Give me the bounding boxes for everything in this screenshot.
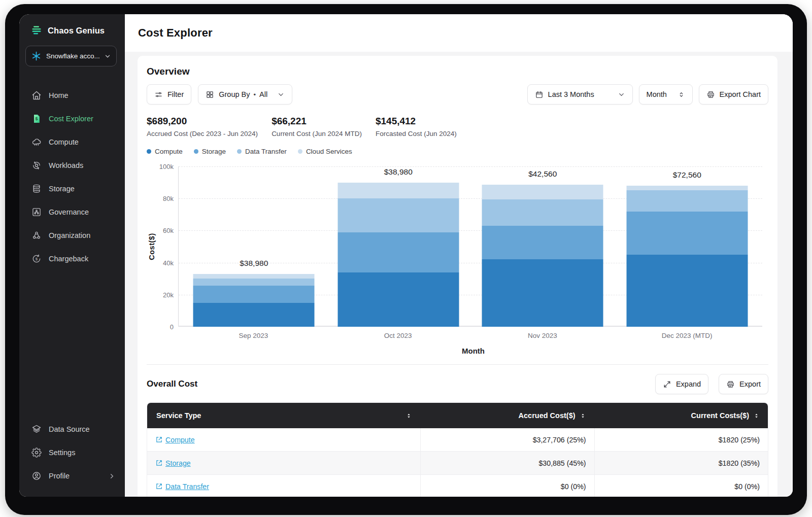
bar-segment-storage[interactable] <box>193 286 315 302</box>
filter-label: Filter <box>167 90 184 98</box>
snowflake-icon <box>31 51 42 61</box>
date-range-select[interactable]: Last 3 Months <box>527 84 633 105</box>
storage-link[interactable]: Storage <box>155 459 191 467</box>
bar-segment-storage[interactable] <box>626 212 748 255</box>
accrued-cost-value: $3,27,706 (25%) <box>420 428 594 451</box>
sidebar-item-organization[interactable]: Organization <box>19 224 125 247</box>
brand-name: Chaos Genius <box>48 26 105 36</box>
export-chart-button[interactable]: Export Chart <box>699 84 768 105</box>
sidebar-item-settings[interactable]: Settings <box>19 441 125 464</box>
sidebar-item-home[interactable]: Home <box>19 84 125 107</box>
stat-label: Accrued Cost (Dec 2023 - Jun 2024) <box>147 130 258 137</box>
stacked-bar[interactable] <box>626 186 748 327</box>
legend-item-compute: Compute <box>147 148 183 155</box>
y-axis-ticks: 100k80k60k40k20k0 <box>157 166 178 327</box>
bar-segment-compute[interactable] <box>626 255 748 327</box>
legend-dot <box>237 149 242 154</box>
stat-value: $66,221 <box>272 116 362 127</box>
column-service-type[interactable]: Service Type <box>147 403 420 428</box>
account-name: Snowflake acco... <box>46 52 99 60</box>
bar-group-oct-2023: $38,980 <box>326 166 471 327</box>
sidebar-item-compute[interactable]: Compute <box>19 130 125 154</box>
bar-group-sep-2023: $38,980 <box>182 166 326 327</box>
accrued-cost-value: $30,885 (45%) <box>420 452 594 474</box>
chevron-down-icon <box>104 53 111 60</box>
account-selector[interactable]: Snowflake acco... <box>25 46 117 66</box>
bar-segment-cloud-services[interactable] <box>482 185 603 199</box>
sort-icon <box>405 412 412 419</box>
stacked-bar[interactable] <box>193 274 315 327</box>
database-icon <box>31 184 42 194</box>
stat-value: $145,412 <box>376 116 457 127</box>
bar-segment-data-transfer[interactable] <box>337 198 459 232</box>
export-button[interactable]: Export <box>719 374 768 394</box>
toolbar: Filter Group By • All Last 3 Months <box>147 84 768 105</box>
date-range-value: Last 3 Months <box>548 90 594 98</box>
table-row-compute: Compute $3,27,706 (25%) $1820 (25%) <box>147 428 768 452</box>
sidebar-item-label: Organization <box>49 231 90 239</box>
y-tick-label: 40k <box>163 259 174 266</box>
x-tick-label: Nov 2023 <box>470 332 615 339</box>
bar-segment-cloud-services[interactable] <box>193 274 315 279</box>
bar-value-label: $42,560 <box>470 169 615 179</box>
page-header: Cost Explorer <box>125 14 793 52</box>
bar-segment-cloud-services[interactable] <box>337 183 459 199</box>
bar-segment-cloud-services[interactable] <box>626 186 748 190</box>
sidebar-item-governance[interactable]: Governance <box>19 200 125 224</box>
accrued-cost-value: $0 (0%) <box>420 475 594 497</box>
legend-dot <box>194 149 198 154</box>
workloads-icon <box>31 160 42 170</box>
chart-legend: Compute Storage Data Transfer Cloud Serv… <box>147 148 768 155</box>
sidebar-item-data-source[interactable]: Data Source <box>19 418 125 441</box>
section-divider <box>147 364 768 365</box>
bar-segment-compute[interactable] <box>337 272 459 327</box>
sidebar-item-label: Storage <box>49 185 75 193</box>
sidebar-item-profile[interactable]: Profile <box>19 464 125 488</box>
group-by-button[interactable]: Group By • All <box>198 84 292 105</box>
device-frame: Chaos Genius Snowflake acco... Home $ <box>5 4 807 515</box>
bar-segment-data-transfer[interactable] <box>626 190 748 211</box>
sidebar-item-cost-explorer[interactable]: $ Cost Explorer <box>19 107 125 130</box>
granularity-select[interactable]: Month <box>639 84 693 105</box>
stacked-bar[interactable] <box>482 185 603 327</box>
calendar-icon <box>535 90 544 99</box>
data-transfer-link[interactable]: Data Transfer <box>155 482 209 491</box>
external-link-icon <box>155 436 163 443</box>
compute-link[interactable]: Compute <box>155 436 195 444</box>
app-window: Chaos Genius Snowflake acco... Home $ <box>19 14 793 497</box>
bar-group-nov-2023: $42,560 <box>470 166 615 327</box>
layers-icon <box>31 424 42 434</box>
chevron-right-icon <box>108 472 116 480</box>
bar-segment-storage[interactable] <box>337 232 459 272</box>
sidebar-item-workloads[interactable]: Workloads <box>19 154 125 177</box>
column-accrued-cost[interactable]: Accrued Cost($) <box>420 403 594 428</box>
x-tick-label: Oct 2023 <box>326 332 470 339</box>
bar-segment-data-transfer[interactable] <box>193 279 315 286</box>
group-by-label: Group By <box>219 90 250 98</box>
y-tick-label: 0 <box>170 323 174 331</box>
external-link-icon <box>155 459 163 467</box>
up-down-chevrons-icon <box>678 91 685 98</box>
table-header: Service Type Accrued Cost($) Current Cos… <box>147 403 768 428</box>
sidebar-item-label: Profile <box>49 472 70 480</box>
svg-text:$: $ <box>36 257 38 261</box>
sidebar-item-chargeback[interactable]: $ Chargeback <box>19 247 125 270</box>
x-axis-title: Month <box>178 347 768 355</box>
bar-segment-data-transfer[interactable] <box>482 199 603 226</box>
legend-dot <box>298 149 302 154</box>
bar-value-label: $72,560 <box>615 170 760 180</box>
sidebar-item-label: Governance <box>49 208 89 216</box>
bar-segment-compute[interactable] <box>193 303 315 327</box>
column-current-costs[interactable]: Current Costs($) <box>594 403 768 428</box>
group-by-value: All <box>259 90 267 98</box>
y-tick-label: 80k <box>163 195 174 202</box>
stacked-bar[interactable] <box>337 183 459 327</box>
external-link-icon <box>155 482 163 490</box>
filter-button[interactable]: Filter <box>147 84 191 105</box>
bar-value-label: $38,980 <box>182 259 326 268</box>
bar-segment-storage[interactable] <box>482 226 603 259</box>
sidebar-item-storage[interactable]: Storage <box>19 177 125 200</box>
bar-segment-compute[interactable] <box>482 259 603 327</box>
expand-button[interactable]: Expand <box>655 374 708 394</box>
sidebar-item-label: Workloads <box>49 161 83 169</box>
